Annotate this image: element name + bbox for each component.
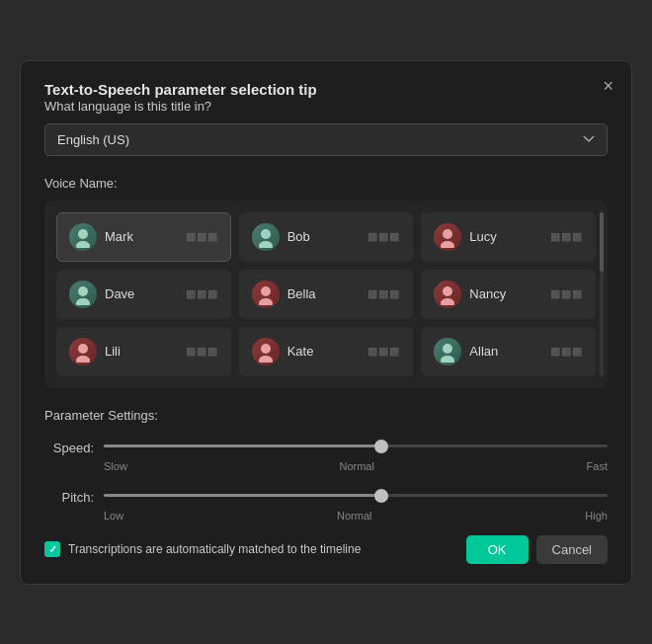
voice-name-dave: Dave <box>105 286 134 301</box>
checkbox-row: ✓ Transcriptions are automatically match… <box>44 541 361 557</box>
voice-name-bella: Bella <box>287 286 316 301</box>
footer-row: ✓ Transcriptions are automatically match… <box>44 535 608 564</box>
pitch-thumb[interactable] <box>374 489 388 503</box>
pitch-label: Pitch: <box>44 486 94 505</box>
voice-avatar-mark <box>69 223 97 251</box>
svg-point-12 <box>78 344 88 354</box>
scrollbar-track[interactable] <box>600 212 604 376</box>
dialog-title: Text-to-Speech parameter selection tip <box>44 81 317 98</box>
checkbox-check-icon: ✓ <box>48 543 57 556</box>
pitch-fill <box>104 494 381 497</box>
voice-card-left: Nancy <box>434 281 506 308</box>
svg-point-14 <box>261 344 271 354</box>
voice-card-left: Allan <box>434 338 498 365</box>
voice-card-left: Mark <box>69 223 133 251</box>
ok-button[interactable]: OK <box>466 535 529 564</box>
wave-icon-bella: ▩▩▩ <box>367 287 400 300</box>
pitch-slider-wrapper <box>104 486 608 506</box>
voice-card-left: Bob <box>252 223 310 251</box>
voice-avatar-dave <box>69 281 97 308</box>
speed-thumb[interactable] <box>374 440 388 453</box>
svg-point-13 <box>76 356 90 362</box>
voice-card-bob[interactable]: Bob▩▩▩ <box>239 212 414 262</box>
wave-icon-bob: ▩▩▩ <box>367 230 400 243</box>
cancel-button[interactable]: Cancel <box>536 535 608 564</box>
voice-card-left: Dave <box>69 281 134 308</box>
voice-name-lucy: Lucy <box>469 229 496 244</box>
voice-card-dave[interactable]: Dave▩▩▩ <box>56 270 231 319</box>
svg-point-15 <box>259 356 273 362</box>
voice-card-left: Bella <box>252 281 316 308</box>
voice-avatar-bella <box>252 281 280 308</box>
language-question: What language is this title in? <box>44 99 608 114</box>
svg-point-7 <box>76 298 90 305</box>
wave-icon-mark: ▩▩▩ <box>186 230 218 243</box>
language-select-wrapper: English (US)English (UK)SpanishFrenchGer… <box>44 123 608 156</box>
param-settings-label: Parameter Settings: <box>44 408 608 423</box>
wave-icon-kate: ▩▩▩ <box>367 345 400 358</box>
voice-avatar-bob <box>252 223 280 251</box>
speed-min-label: Slow <box>104 460 127 472</box>
voice-card-allan[interactable]: Allan▩▩▩ <box>421 327 596 376</box>
speed-track <box>104 444 608 447</box>
pitch-max-label: High <box>585 510 608 522</box>
voice-card-kate[interactable]: Kate▩▩▩ <box>239 327 414 376</box>
svg-point-17 <box>441 356 454 362</box>
svg-point-4 <box>443 229 452 239</box>
voice-avatar-kate <box>252 338 280 365</box>
auto-match-checkbox[interactable]: ✓ <box>44 541 60 557</box>
pitch-mid-label: Normal <box>337 510 371 522</box>
voice-name-bob: Bob <box>287 229 310 244</box>
speed-label: Speed: <box>44 437 94 455</box>
scrollbar-thumb <box>600 212 604 272</box>
voice-avatar-lili <box>69 338 97 365</box>
voice-name-kate: Kate <box>287 344 314 359</box>
speed-max-label: Fast <box>587 460 608 472</box>
voice-card-left: Lili <box>69 338 121 365</box>
voice-name-allan: Allan <box>469 344 498 359</box>
voice-name-lili: Lili <box>105 344 121 359</box>
voice-card-nancy[interactable]: Nancy▩▩▩ <box>421 270 596 319</box>
param-section: Parameter Settings: Speed: Slow Normal F… <box>44 408 608 522</box>
voice-name-nancy: Nancy <box>469 286 506 301</box>
svg-point-9 <box>259 298 273 305</box>
svg-point-1 <box>76 241 90 248</box>
svg-point-6 <box>78 286 88 296</box>
svg-point-2 <box>261 229 271 239</box>
language-select[interactable]: English (US)English (UK)SpanishFrenchGer… <box>44 123 608 156</box>
voice-avatar-lucy <box>434 223 461 251</box>
voice-name-label: Voice Name: <box>44 176 608 191</box>
voice-name-mark: Mark <box>105 229 133 244</box>
speed-row: Speed: Slow Normal Fast <box>44 437 608 472</box>
pitch-row: Pitch: Low Normal High <box>44 486 608 522</box>
speed-fill <box>104 444 381 447</box>
voice-card-left: Kate <box>252 338 314 365</box>
svg-point-0 <box>78 229 88 239</box>
pitch-slider-container: Low Normal High <box>104 486 608 522</box>
wave-icon-lili: ▩▩▩ <box>186 345 218 358</box>
speed-mid-label: Normal <box>339 460 373 472</box>
svg-point-16 <box>443 344 452 354</box>
button-row: OK Cancel <box>466 535 608 564</box>
voice-card-left: Lucy <box>434 223 496 251</box>
voice-grid: Mark▩▩▩ Bob▩▩▩ Lucy▩▩▩ Dave▩▩▩ Bella▩▩▩ … <box>56 212 596 376</box>
voice-card-lili[interactable]: Lili▩▩▩ <box>56 327 231 376</box>
svg-point-11 <box>441 298 454 305</box>
voice-avatar-allan <box>434 338 461 365</box>
pitch-min-label: Low <box>104 510 123 522</box>
voice-card-lucy[interactable]: Lucy▩▩▩ <box>421 212 596 262</box>
speed-slider-container: Slow Normal Fast <box>104 437 608 472</box>
wave-icon-allan: ▩▩▩ <box>550 345 583 358</box>
voice-card-mark[interactable]: Mark▩▩▩ <box>56 212 231 262</box>
voice-card-bella[interactable]: Bella▩▩▩ <box>239 270 414 319</box>
wave-icon-nancy: ▩▩▩ <box>550 287 583 300</box>
svg-point-8 <box>261 286 271 296</box>
voice-grid-container: Mark▩▩▩ Bob▩▩▩ Lucy▩▩▩ Dave▩▩▩ Bella▩▩▩ … <box>44 201 608 388</box>
checkbox-label: Transcriptions are automatically matched… <box>68 542 361 556</box>
close-button[interactable]: × <box>603 77 613 95</box>
tts-dialog: Text-to-Speech parameter selection tip ×… <box>20 60 632 585</box>
voice-section: Voice Name: Mark▩▩▩ Bob▩▩▩ Lucy▩▩▩ Dave▩… <box>44 176 608 388</box>
speed-labels: Slow Normal Fast <box>104 460 608 472</box>
svg-point-5 <box>441 241 454 248</box>
wave-icon-dave: ▩▩▩ <box>186 287 218 300</box>
